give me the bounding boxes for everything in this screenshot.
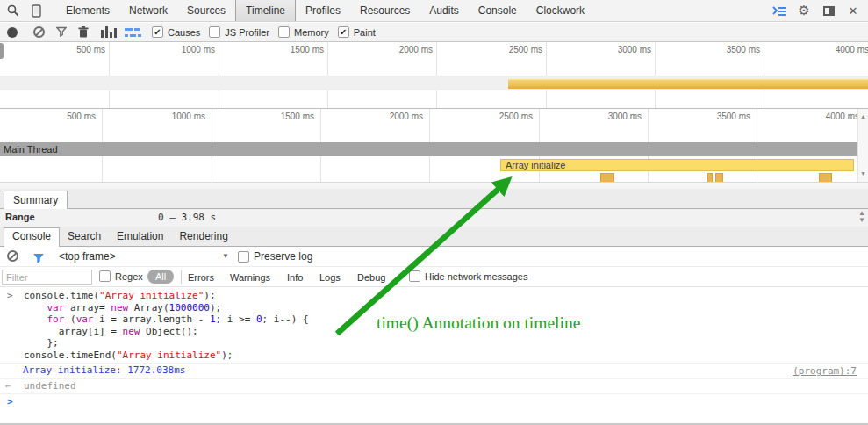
hide-network-checkbox[interactable]: Hide network messages	[409, 270, 527, 282]
drawer-tab-console[interactable]: Console	[4, 227, 60, 247]
main-thread-header[interactable]: Main Thread	[0, 142, 857, 156]
time-tick-label: 2000 ms	[375, 45, 433, 54]
tab-profiles[interactable]: Profiles	[296, 0, 350, 21]
checkbox-label: Paint	[354, 27, 376, 38]
timeline-event-bar-small[interactable]	[715, 173, 723, 182]
dock-side-icon[interactable]	[819, 1, 838, 20]
time-tick-label: 500 ms	[38, 112, 96, 121]
drawer-tab-rendering[interactable]: Rendering	[171, 227, 235, 246]
time-tick-label: 4000 ms	[811, 45, 868, 54]
console-toolbar: <top frame> ▼ Preserve log	[0, 247, 868, 267]
code-line: for (var i = array.length - 1; i >= 0; i…	[24, 313, 868, 326]
scroll-down-icon[interactable]: ▼	[860, 170, 866, 176]
checkbox-label: Causes	[168, 27, 200, 38]
timeline-event-bar[interactable]: Array initialize	[500, 159, 854, 171]
preserve-log-checkbox[interactable]: Preserve log	[238, 250, 312, 263]
overview-activity-bar	[508, 79, 868, 89]
console-filter-icon[interactable]	[33, 251, 44, 267]
frame-selector[interactable]: <top frame>	[59, 250, 116, 263]
scroll-up-icon[interactable]: ▲	[860, 113, 866, 119]
level-logs[interactable]: Logs	[319, 272, 341, 283]
code-line: };	[24, 337, 868, 349]
toolbar-checkboxes: ✔CausesJS ProfilerMemory✔Paint	[143, 26, 376, 38]
console-filter-bar: Regex All ErrorsWarningsInfoLogsDebug Hi…	[0, 267, 868, 287]
source-link[interactable]: (program):7	[793, 365, 857, 378]
timeline-flamechart[interactable]: 500 ms1000 ms1500 ms2000 ms2500 ms3000 m…	[0, 109, 868, 182]
time-tick-label: 2500 ms	[475, 112, 533, 121]
time-tick-label: 3500 ms	[692, 112, 750, 121]
checkbox-label: JS Profiler	[225, 27, 269, 38]
console-returned-row: ← undefined	[0, 378, 868, 394]
bar-chart-icon[interactable]	[101, 26, 118, 38]
clear-icon[interactable]	[33, 26, 45, 38]
range-value: 0 — 3.98 s	[158, 212, 216, 223]
code-line: array[i] = new Object();	[24, 326, 868, 338]
frames-icon[interactable]	[125, 28, 143, 37]
console-drawer-icon[interactable]	[770, 1, 789, 20]
time-tick-label: 1000 ms	[147, 112, 205, 121]
timeline-event-bar-small[interactable]	[707, 173, 713, 182]
console-result-row: Array initialize: 1772.038ms (program):7	[0, 363, 868, 378]
timeline-event-bar-small[interactable]	[600, 173, 614, 182]
console-log: > console.time("Array initialize"); var …	[0, 287, 868, 424]
console-result-text: Array initialize: 1772.038ms	[23, 364, 185, 376]
chevron-down-icon[interactable]: ▼	[222, 252, 229, 260]
level-info[interactable]: Info	[287, 272, 303, 283]
range-label: Range	[5, 212, 35, 222]
time-tick-label: 3000 ms	[584, 112, 642, 121]
time-tick-label: 1000 ms	[157, 45, 215, 54]
time-tick-label: 1500 ms	[256, 112, 314, 121]
record-icon[interactable]	[7, 27, 18, 38]
time-tick-label: 2500 ms	[484, 45, 542, 54]
range-row: Range 0 — 3.98 s ▲▼	[0, 209, 868, 227]
tab-network[interactable]: Network	[119, 0, 177, 21]
flame-hscroll-track[interactable]	[0, 182, 868, 189]
drawer-tab-emulation[interactable]: Emulation	[109, 227, 171, 246]
level-errors[interactable]: Errors	[188, 272, 214, 283]
time-tick-label: 4000 ms	[801, 112, 859, 121]
timeline-overview[interactable]: 500 ms1000 ms1500 ms2000 ms2500 ms3000 m…	[0, 42, 868, 109]
console-code-entry: > console.time("Array initialize"); var …	[0, 287, 868, 363]
tab-summary[interactable]: Summary	[4, 191, 68, 209]
level-warnings[interactable]: Warnings	[230, 272, 270, 283]
checkbox-causes[interactable]: ✔Causes	[152, 26, 200, 38]
code-line: console.timeEnd("Array initialize");	[24, 349, 868, 362]
device-toolbar-icon[interactable]	[26, 1, 46, 20]
checkbox-paint[interactable]: ✔Paint	[338, 26, 376, 38]
console-filter-input[interactable]	[2, 270, 92, 285]
top-tabs: ElementsNetworkSourcesTimelineProfilesRe…	[56, 0, 594, 21]
tab-resources[interactable]: Resources	[350, 0, 420, 21]
drawer-tab-search[interactable]: Search	[60, 227, 109, 246]
return-arrow-icon: ←	[5, 380, 11, 393]
clear-console-icon[interactable]	[7, 250, 18, 262]
console-prompt-chevron: >	[7, 396, 13, 407]
flame-scrollbar[interactable]: ▲ ▼	[857, 109, 868, 182]
time-tick-label: 2000 ms	[365, 112, 423, 121]
filter-icon[interactable]	[56, 26, 67, 39]
console-prompt-row[interactable]: >	[0, 393, 868, 410]
range-stepper[interactable]: ▲▼	[858, 210, 865, 224]
tab-clockwork[interactable]: Clockwork	[527, 0, 594, 21]
code-line: console.time("Array initialize");	[24, 290, 868, 302]
time-tick-label: 3000 ms	[593, 45, 651, 54]
checkbox-memory[interactable]: Memory	[278, 26, 329, 38]
code-line: var array= new Array(1000000);	[24, 302, 868, 314]
tab-timeline[interactable]: Timeline	[235, 0, 296, 21]
timeline-event-bar-small[interactable]	[819, 173, 832, 182]
level-all-button[interactable]: All	[147, 270, 174, 284]
tab-elements[interactable]: Elements	[56, 0, 119, 21]
level-debug[interactable]: Debug	[357, 272, 385, 283]
trash-icon[interactable]	[78, 26, 89, 38]
summary-tabbar: Summary	[0, 189, 868, 209]
gear-icon[interactable]: ⚙	[794, 1, 814, 20]
search-icon[interactable]	[4, 1, 23, 20]
top-right-icons: ⚙ ✕	[770, 0, 868, 21]
tab-sources[interactable]: Sources	[177, 0, 235, 21]
timeline-toolbar: ✔CausesJS ProfilerMemory✔Paint	[0, 23, 868, 42]
overview-grip[interactable]	[0, 43, 4, 59]
regex-checkbox[interactable]: Regex	[99, 270, 143, 282]
close-icon[interactable]: ✕	[843, 1, 863, 20]
tab-audits[interactable]: Audits	[420, 0, 468, 21]
checkbox-js-profiler[interactable]: JS Profiler	[209, 26, 269, 38]
tab-console[interactable]: Console	[469, 0, 527, 21]
